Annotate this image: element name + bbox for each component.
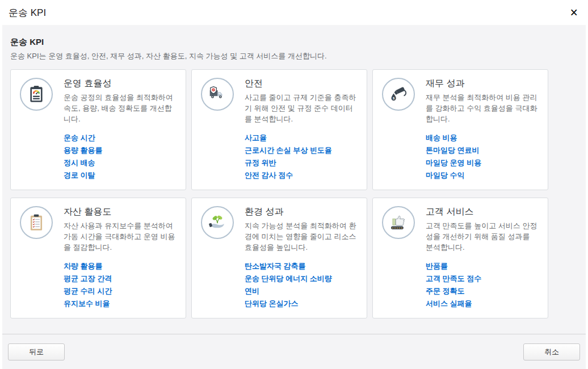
kpi-link[interactable]: 연비 xyxy=(245,285,358,297)
card-title: 운영 효율성 xyxy=(64,77,177,90)
kpi-card-operational-efficiency: 운영 효율성 운송 공정의 효율성을 최적화하여 속도, 용량, 배송 정확도를… xyxy=(10,69,186,190)
kpi-link[interactable]: 사고율 xyxy=(245,132,358,144)
kpi-link[interactable]: 서비스 실패율 xyxy=(426,297,539,309)
kpi-link[interactable]: 근로시간 손실 부상 빈도율 xyxy=(245,144,358,156)
gauge-clipboard-icon xyxy=(27,85,46,104)
kpi-link[interactable]: 용량 활용률 xyxy=(64,144,177,156)
truck-shield-icon xyxy=(208,85,227,104)
kpi-link[interactable]: 마일당 수익 xyxy=(426,169,539,181)
card-title: 재무 성과 xyxy=(426,77,539,90)
kpi-link[interactable]: 탄소발자국 감축률 xyxy=(245,260,358,272)
kpi-link-list: 사고율 근로시간 손실 부상 빈도율 규정 위반 안전 감사 점수 xyxy=(245,132,358,181)
dialog-header: 운송 KPI × xyxy=(0,0,588,25)
kpi-link[interactable]: 평균 수리 시간 xyxy=(64,285,177,297)
kpi-link[interactable]: 경로 이탈 xyxy=(64,169,177,181)
kpi-link[interactable]: 주문 정확도 xyxy=(426,285,539,297)
card-title: 자산 활용도 xyxy=(64,206,177,218)
card-description: 재무 분석을 최적화하여 비용 관리를 강화하고 수익 효율성을 극대화합니다. xyxy=(426,92,539,124)
kpi-link[interactable]: 톤마일당 연료비 xyxy=(426,144,539,156)
kpi-card-environmental-performance: 환경 성과 지속 가능성 분석을 최적화하여 환경에 미치는 영향을 줄이고 리… xyxy=(191,198,367,318)
card-description: 고객 만족도를 높이고 서비스 안정성을 개선하기 위해 품질 성과를 분석합니… xyxy=(426,220,539,253)
card-icon-circle xyxy=(201,78,234,111)
kpi-card-financial-performance: $ 재무 성과 재무 분석을 최적화하여 비용 관리를 강화하고 수익 효율성을… xyxy=(372,69,548,190)
thumbs-up-rating-icon: ★★★★★ xyxy=(389,213,408,232)
card-title: 안전 xyxy=(245,77,358,90)
hand-sprout-icon xyxy=(208,213,227,232)
kpi-link[interactable]: 운송 시간 xyxy=(64,132,177,144)
dialog-title: 운송 KPI xyxy=(9,6,46,19)
card-icon-circle: $ xyxy=(382,78,415,111)
page-description: 운송 KPI는 운영 효율성, 안전, 재무 성과, 자산 활용도, 지속 가능… xyxy=(10,51,578,61)
close-icon[interactable]: × xyxy=(569,6,579,19)
kpi-link[interactable]: 규정 위반 xyxy=(245,157,358,169)
kpi-link-list: 차량 활용률 평균 고장 간격 평균 수리 시간 유지보수 비율 xyxy=(64,260,177,309)
dialog-body-panel: 운송 KPI 운송 KPI는 운영 효율성, 안전, 재무 성과, 자산 활용도… xyxy=(2,25,586,369)
kpi-card-customer-service: ★★★★★ 고객 서비스 고객 만족도를 높이고 서비스 안정성을 개선하기 위… xyxy=(372,198,548,318)
kpi-link[interactable]: 차량 활용률 xyxy=(64,260,177,272)
dialog-footer: 뒤로 취소 xyxy=(2,334,586,369)
card-description: 자산 사용과 유지보수를 분석하여 가동 시간을 극대화하고 운영 비용을 절감… xyxy=(64,220,177,253)
card-icon-circle xyxy=(20,206,53,239)
kpi-link[interactable]: 안전 감사 점수 xyxy=(245,169,358,181)
kpi-link[interactable]: 평균 고장 간격 xyxy=(64,272,177,284)
card-description: 지속 가능성 분석을 최적화하여 환경에 미치는 영향을 줄이고 리소스 효율성… xyxy=(245,220,358,253)
kpi-link-list: 탄소발자국 감축률 운송 단위당 에너지 소비량 연비 단위당 온실가스 xyxy=(245,260,358,309)
card-description: 운송 공정의 효율성을 최적화하여 속도, 용량, 배송 정확도를 개선합니다. xyxy=(64,92,177,124)
kpi-link[interactable]: 반품률 xyxy=(426,260,539,272)
kpi-link[interactable]: 단위당 온실가스 xyxy=(245,297,358,309)
kpi-link[interactable]: 고객 만족도 점수 xyxy=(426,272,539,284)
kpi-link-list: 배송 비용 톤마일당 연료비 마일당 운영 비용 마일당 수익 xyxy=(426,132,539,181)
card-title: 환경 성과 xyxy=(245,206,358,218)
card-icon-circle xyxy=(201,206,234,239)
card-icon-circle xyxy=(20,78,53,111)
card-icon-circle: ★★★★★ xyxy=(382,206,415,239)
kpi-link-list: 운송 시간 용량 활용률 정시 배송 경로 이탈 xyxy=(64,132,177,181)
svg-text:★★★★★: ★★★★★ xyxy=(392,227,403,229)
card-title: 고객 서비스 xyxy=(426,206,539,218)
kpi-link[interactable]: 배송 비용 xyxy=(426,132,539,144)
kpi-link-list: 반품률 고객 만족도 점수 주문 정확도 서비스 실패율 xyxy=(426,260,539,309)
card-description: 사고를 줄이고 규제 기준을 충족하기 위해 안전 및 규정 준수 데이터를 분… xyxy=(245,92,358,124)
kpi-card-grid: 운영 효율성 운송 공정의 효율성을 최적화하여 속도, 용량, 배송 정확도를… xyxy=(10,69,578,318)
kpi-link[interactable]: 마일당 운영 비용 xyxy=(426,157,539,169)
checklist-clipboard-icon xyxy=(27,213,46,232)
page-title: 운송 KPI xyxy=(10,36,578,48)
cancel-button[interactable]: 취소 xyxy=(523,343,580,360)
kpi-card-safety: 안전 사고를 줄이고 규제 기준을 충족하기 위해 안전 및 규정 준수 데이터… xyxy=(191,69,367,190)
back-button[interactable]: 뒤로 xyxy=(8,343,65,360)
kpi-link[interactable]: 운송 단위당 에너지 소비량 xyxy=(245,272,358,284)
kpi-card-asset-utilization: 자산 활용도 자산 사용과 유지보수를 분석하여 가동 시간을 극대화하고 운영… xyxy=(10,198,186,318)
kpi-link[interactable]: 유지보수 비율 xyxy=(64,297,177,309)
fuel-nozzle-dollar-icon: $ xyxy=(389,85,408,104)
dialog-content: 운송 KPI 운송 KPI는 운영 효율성, 안전, 재무 성과, 자산 활용도… xyxy=(2,25,586,318)
kpi-link[interactable]: 정시 배송 xyxy=(64,157,177,169)
